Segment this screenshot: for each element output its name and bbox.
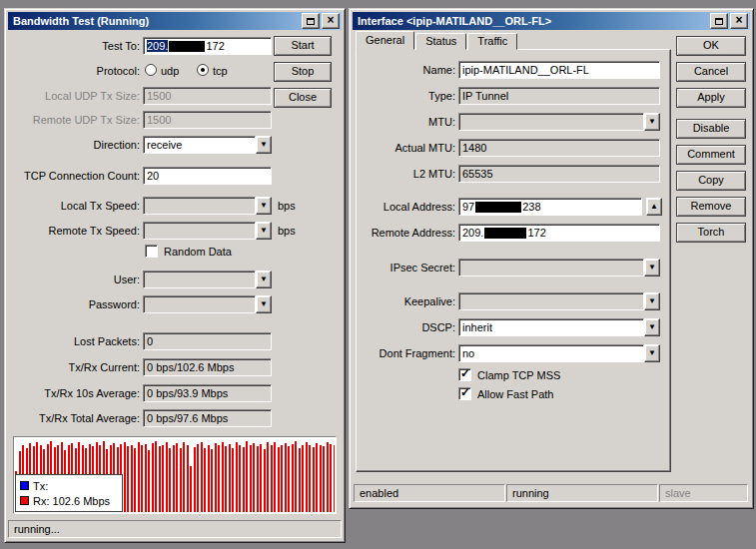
legend-tx-row: Tx:: [20, 478, 118, 493]
tab-status[interactable]: Status: [415, 33, 466, 50]
close-icon: ×: [327, 14, 334, 26]
start-button[interactable]: Start: [274, 36, 332, 56]
copy-button[interactable]: Copy: [676, 171, 746, 191]
test-to-value-suffix: 172: [206, 40, 224, 52]
direction-select[interactable]: receive: [143, 136, 256, 154]
name-input[interactable]: ipip-MATILAND__ORL-FL: [458, 61, 660, 79]
tx-legend-label: Tx:: [33, 480, 48, 492]
test-to-input[interactable]: 209.172: [143, 37, 272, 55]
clamp-tcp-mss-label: Clamp TCP MSS: [477, 369, 560, 381]
tcp-connection-count-value: 20: [147, 170, 159, 182]
random-data-label: Random Data: [164, 246, 232, 258]
chart-legend: Tx: Rx: 102.6 Mbps: [15, 474, 123, 512]
iface-status-slave-text: slave: [665, 487, 691, 499]
allow-fast-path-label: Allow Fast Path: [477, 388, 553, 400]
txrx-10s-average-field: 0 bps/93.9 Mbps: [143, 384, 272, 402]
test-to-redacted-box: [169, 41, 205, 52]
comment-button[interactable]: Comment: [676, 145, 746, 165]
allow-fast-path-checkbox[interactable]: [458, 387, 471, 400]
protocol-udp-label: udp: [161, 65, 179, 77]
close-icon: ×: [735, 14, 742, 26]
close-button[interactable]: Close: [274, 88, 332, 108]
remote-tx-speed-label: Remote Tx Speed:: [6, 225, 140, 237]
ipsec-secret-dropdown-button[interactable]: ▼: [644, 259, 660, 276]
mtu-input[interactable]: [458, 113, 644, 131]
direction-dropdown-button[interactable]: ▼: [256, 136, 272, 154]
local-address-up-button[interactable]: ▲: [646, 198, 662, 216]
chevron-down-icon: ▼: [260, 226, 268, 235]
local-address-label: Local Address:: [357, 201, 455, 213]
dont-fragment-select[interactable]: no: [458, 344, 644, 362]
user-input[interactable]: [143, 271, 256, 288]
password-input[interactable]: [143, 295, 256, 313]
l2-mtu-label: L2 MTU:: [357, 168, 455, 180]
keepalive-label: Keepalive:: [357, 295, 455, 307]
remote-address-prefix: 209.: [462, 227, 483, 239]
tcp-connection-count-label: TCP Connection Count:: [6, 170, 140, 182]
direction-label: Direction:: [6, 139, 140, 151]
cancel-button[interactable]: Cancel: [676, 62, 746, 82]
iface-close-button[interactable]: ×: [730, 13, 748, 29]
torch-button[interactable]: Torch: [676, 223, 746, 243]
txrx-total-average-label: Tx/Rx Total Average:: [6, 412, 140, 424]
local-udp-tx-size-value: 1500: [147, 90, 171, 102]
chevron-down-icon: ▼: [648, 322, 656, 331]
chevron-down-icon: ▼: [260, 299, 268, 308]
bw-close-button[interactable]: ×: [322, 13, 340, 29]
bw-window-title: Bandwidth Test (Running): [13, 15, 302, 27]
dont-fragment-dropdown-button[interactable]: ▼: [644, 344, 660, 362]
chevron-down-icon: ▼: [648, 348, 656, 357]
actual-mtu-label: Actual MTU:: [357, 142, 455, 154]
lost-packets-field: 0: [143, 332, 272, 350]
direction-value: receive: [147, 139, 182, 151]
chevron-down-icon: ▼: [648, 117, 656, 126]
local-tx-speed-dropdown-button[interactable]: ▼: [256, 197, 272, 215]
legend-rx-row: Rx: 102.6 Mbps: [20, 493, 118, 508]
bw-titlebar[interactable]: Bandwidth Test (Running) ×: [8, 12, 342, 30]
iface-status-slave: slave: [659, 484, 748, 502]
chevron-down-icon: ▼: [648, 263, 656, 272]
iface-minimize-button[interactable]: [710, 13, 728, 29]
lost-packets-value: 0: [147, 335, 153, 347]
apply-button[interactable]: Apply: [676, 88, 746, 108]
keepalive-dropdown-button[interactable]: ▼: [644, 292, 660, 310]
dscp-dropdown-button[interactable]: ▼: [644, 318, 660, 336]
chevron-down-icon: ▼: [260, 140, 268, 149]
disable-button[interactable]: Disable: [676, 119, 746, 139]
remote-address-input[interactable]: 209.172: [458, 224, 660, 242]
protocol-tcp-label: tcp: [213, 65, 228, 77]
password-dropdown-button[interactable]: ▼: [256, 295, 272, 313]
mtu-dropdown-button[interactable]: ▼: [644, 113, 660, 131]
user-dropdown-button[interactable]: ▼: [256, 271, 272, 288]
remote-address-suffix: 172: [527, 227, 545, 239]
clamp-tcp-mss-checkbox[interactable]: [458, 368, 471, 381]
mtu-label: MTU:: [357, 116, 455, 128]
protocol-tcp-radio[interactable]: [197, 64, 209, 76]
bw-minimize-button[interactable]: [302, 13, 320, 29]
iface-titlebar[interactable]: Interface <ipip-MATILAND__ORL-FL> ×: [353, 12, 750, 30]
test-to-label: Test To:: [6, 40, 140, 52]
local-address-input[interactable]: 97238: [458, 198, 642, 216]
lost-packets-label: Lost Packets:: [6, 335, 140, 347]
tab-traffic[interactable]: Traffic: [467, 33, 517, 50]
stop-button[interactable]: Stop: [274, 62, 332, 82]
bw-status-text: running...: [14, 523, 60, 535]
remote-tx-speed-dropdown-button[interactable]: ▼: [256, 222, 272, 240]
txrx-total-average-field: 0 bps/97.6 Mbps: [143, 409, 272, 427]
random-data-checkbox[interactable]: [145, 245, 158, 258]
remove-button[interactable]: Remove: [676, 197, 746, 217]
protocol-udp-radio[interactable]: [145, 64, 157, 76]
tab-general[interactable]: General: [356, 31, 414, 50]
local-tx-speed-label: Local Tx Speed:: [6, 200, 140, 212]
local-address-suffix: 238: [522, 201, 540, 213]
ipsec-secret-input[interactable]: [458, 259, 644, 276]
tcp-connection-count-input[interactable]: 20: [143, 167, 272, 185]
dscp-select[interactable]: inherit: [458, 318, 644, 336]
name-value: ipip-MATILAND__ORL-FL: [462, 64, 589, 76]
keepalive-input[interactable]: [458, 292, 644, 310]
remote-udp-tx-size-value: 1500: [147, 114, 171, 126]
remote-tx-speed-unit: bps: [278, 225, 296, 237]
ok-button[interactable]: OK: [676, 36, 746, 56]
remote-udp-tx-size-label: Remote UDP Tx Size:: [6, 114, 140, 126]
l2-mtu-field: 65535: [458, 165, 660, 183]
